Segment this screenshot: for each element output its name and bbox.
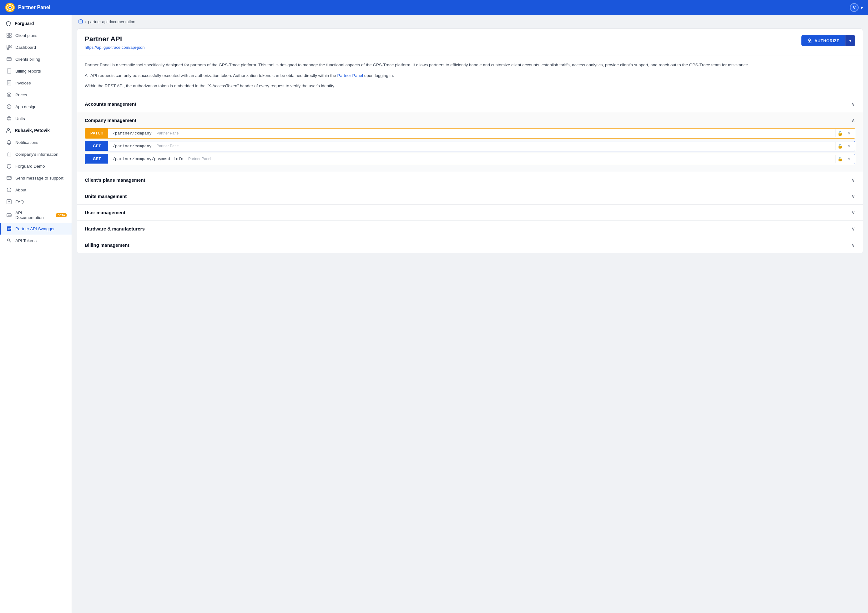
- info-icon: i: [6, 187, 12, 193]
- svg-point-29: [8, 120, 9, 121]
- sidebar-item-forguard[interactable]: Forguard: [0, 17, 71, 29]
- sidebar-item-dashboard[interactable]: Dashboard: [0, 41, 71, 53]
- dashboard-icon: [6, 44, 12, 50]
- authorize-button[interactable]: AUTHORIZE: [801, 35, 845, 46]
- api-url-link[interactable]: https://api.gps-trace.com/api-json: [85, 45, 144, 50]
- section-accounts-management: Accounts management ∨: [77, 96, 863, 112]
- grid-icon: [6, 32, 12, 39]
- sidebar-label: Notifications: [16, 140, 39, 145]
- description-p3: Within the REST API, the authorization t…: [85, 82, 855, 90]
- faq-icon: ?: [6, 199, 12, 205]
- sidebar-item-prices[interactable]: $ Prices: [0, 89, 71, 101]
- endpoint-actions: 🔒 ∨: [835, 129, 855, 137]
- sidebar-item-api-docs[interactable]: API API Documentation beta: [0, 208, 71, 223]
- user-menu[interactable]: V ▾: [850, 3, 863, 12]
- authorize-dropdown-button[interactable]: ▾: [845, 35, 855, 46]
- key-icon: [6, 237, 12, 244]
- section-user-header[interactable]: User management ∨: [77, 205, 863, 220]
- endpoint-lock-icon[interactable]: 🔒: [835, 155, 845, 163]
- breadcrumb-separator: /: [85, 19, 86, 24]
- sidebar-label: Invoices: [16, 81, 31, 85]
- sidebar-label: API Tokens: [16, 238, 37, 243]
- svg-rect-7: [9, 36, 11, 37]
- sidebar-item-about[interactable]: i About: [0, 184, 71, 196]
- avatar: V: [850, 3, 859, 12]
- svg-point-26: [9, 106, 9, 106]
- section-company-header[interactable]: Company management ∧: [77, 112, 863, 128]
- section-title: Units management: [85, 194, 127, 199]
- method-badge-patch[interactable]: PATCH: [86, 129, 108, 138]
- envelope-icon: [6, 175, 12, 181]
- sidebar-label-forguard: Forguard: [15, 21, 34, 26]
- svg-rect-4: [7, 33, 9, 35]
- section-title: Billing management: [85, 242, 129, 248]
- sidebar-item-ruhavik[interactable]: Ruhavik, Petovik: [0, 124, 71, 137]
- svg-point-3: [9, 6, 11, 8]
- section-title: User management: [85, 210, 126, 215]
- chevron-up-icon: ∧: [851, 117, 855, 123]
- sidebar-item-client-plans[interactable]: Client plans: [0, 29, 71, 41]
- section-accounts-header[interactable]: Accounts management ∨: [77, 96, 863, 112]
- sidebar-label: Prices: [16, 93, 27, 97]
- description-p1: Partner Panel is a versatile tool specif…: [85, 62, 855, 68]
- method-badge-get[interactable]: GET: [86, 141, 108, 151]
- section-company-content: PATCH /partner/company Partner Panel 🔒 ∨…: [77, 128, 863, 172]
- section-clients-plans: Client's plans management ∨: [77, 172, 863, 188]
- sidebar-item-billing-reports[interactable]: Billing reports: [0, 65, 71, 77]
- sidebar-label: Partner API Swagger: [16, 227, 55, 231]
- sidebar-item-notifications[interactable]: Notifications: [0, 137, 71, 148]
- endpoint-path: /partner/company/payment-info Partner Pa…: [108, 154, 834, 164]
- endpoint-expand-icon[interactable]: ∨: [846, 155, 852, 162]
- svg-rect-6: [7, 36, 9, 37]
- section-title: Accounts management: [85, 101, 136, 107]
- sidebar-item-company-info[interactable]: Company's information: [0, 148, 71, 160]
- svg-text:$: $: [8, 93, 10, 97]
- endpoint-lock-icon[interactable]: 🔒: [835, 129, 845, 137]
- company-icon: [6, 151, 12, 157]
- user-chevron: ▾: [860, 5, 863, 11]
- svg-point-44: [809, 41, 809, 42]
- svg-rect-9: [9, 47, 11, 48]
- sidebar-item-api-tokens[interactable]: API Tokens: [0, 234, 71, 247]
- sidebar-label: Company's information: [16, 152, 59, 157]
- section-hardware-header[interactable]: Hardware & manufacturers ∨: [77, 221, 863, 237]
- beta-badge: beta: [56, 213, 67, 217]
- sidebar-item-invoices[interactable]: $ Invoices: [0, 77, 71, 89]
- api-header: Partner API https://api.gps-trace.com/ap…: [77, 29, 863, 55]
- svg-text:$: $: [8, 83, 10, 85]
- endpoint-actions: 🔒 ∨: [835, 155, 855, 163]
- section-units-header[interactable]: Units management ∨: [77, 188, 863, 204]
- svg-rect-10: [9, 45, 11, 46]
- endpoint-expand-icon[interactable]: ∨: [846, 143, 852, 149]
- svg-text:i: i: [9, 189, 10, 192]
- endpoint-lock-icon[interactable]: 🔒: [835, 142, 845, 150]
- app-title: Partner Panel: [18, 5, 50, 10]
- endpoint-expand-icon[interactable]: ∨: [846, 130, 852, 137]
- dollar-icon: $: [6, 92, 12, 98]
- svg-point-42: [8, 239, 10, 241]
- chevron-down-icon: ∨: [851, 242, 855, 248]
- section-billing-header[interactable]: Billing management ∨: [77, 237, 863, 253]
- sidebar-label: API Documentation: [16, 211, 51, 220]
- section-company-management: Company management ∧ PATCH /partner/comp…: [77, 112, 863, 172]
- svg-point-25: [8, 106, 8, 107]
- sidebar-item-partner-api[interactable]: SW Partner API Swagger: [0, 223, 71, 234]
- section-clients-plans-header[interactable]: Client's plans management ∨: [77, 172, 863, 188]
- sidebar-item-clients-billing[interactable]: Clients billing: [0, 53, 71, 65]
- method-badge-get[interactable]: GET: [86, 154, 108, 164]
- svg-text:API: API: [8, 214, 11, 216]
- chevron-down-icon: ∨: [851, 177, 855, 183]
- person-icon: [5, 127, 12, 133]
- sidebar-label: Units: [16, 116, 25, 121]
- sidebar-item-faq[interactable]: ? FAQ: [0, 196, 71, 208]
- sidebar-item-forguard-demo[interactable]: Forguard Demo: [0, 160, 71, 172]
- endpoint-path: /partner/company Partner Panel: [108, 141, 834, 151]
- authorize-button-group: AUTHORIZE ▾: [801, 35, 855, 46]
- endpoint-patch-company: PATCH /partner/company Partner Panel 🔒 ∨: [85, 128, 855, 138]
- chevron-down-icon: ∨: [851, 226, 855, 232]
- partner-panel-link[interactable]: Partner Panel: [337, 73, 363, 78]
- sidebar-item-units[interactable]: Units: [0, 113, 71, 124]
- sidebar-item-app-design[interactable]: App design: [0, 101, 71, 113]
- sidebar-item-send-message[interactable]: Send message to support: [0, 172, 71, 184]
- bell-icon: [6, 139, 12, 146]
